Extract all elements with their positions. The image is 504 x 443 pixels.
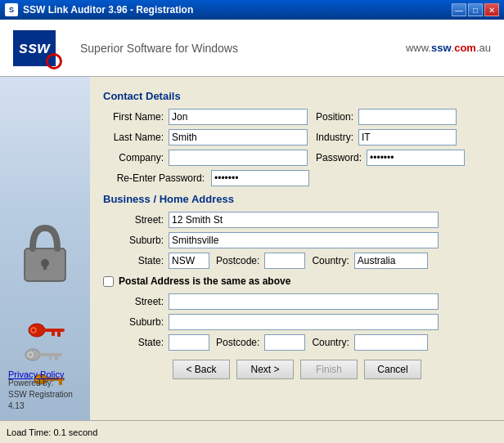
postal-street-input[interactable] xyxy=(169,293,439,310)
suburb-input[interactable] xyxy=(169,232,439,248)
postal-suburb-input[interactable] xyxy=(169,314,439,330)
svg-rect-6 xyxy=(57,332,61,337)
minimize-button[interactable]: — xyxy=(452,3,466,16)
postal-country-label: Country: xyxy=(312,337,353,348)
re-enter-password-row: Re-Enter Password: xyxy=(103,170,491,186)
position-label: Position: xyxy=(316,111,358,123)
load-time: Load Time: 0.1 second xyxy=(7,427,97,437)
postal-checkbox-row: Postal Address is the same as above xyxy=(103,275,491,287)
street-input[interactable] xyxy=(169,212,439,228)
re-enter-password-input[interactable] xyxy=(211,170,309,186)
postcode-label: Postcode: xyxy=(216,255,264,266)
powered-by-app: SSW Registration 4.13 xyxy=(8,389,90,412)
state-label: State: xyxy=(103,255,169,266)
postcode-input[interactable] xyxy=(264,253,305,269)
svg-rect-2 xyxy=(43,263,47,270)
re-enter-password-label: Re-Enter Password: xyxy=(103,172,209,184)
svg-rect-10 xyxy=(39,353,62,356)
last-name-label: Last Name: xyxy=(103,132,169,143)
industry-input[interactable] xyxy=(358,129,457,145)
svg-rect-7 xyxy=(52,332,55,336)
cancel-button[interactable]: Cancel xyxy=(364,360,421,379)
header-url: www.ssw.com.au xyxy=(406,42,491,54)
postal-street-label: Street: xyxy=(103,296,169,307)
postal-state-label: State: xyxy=(103,337,169,348)
business-address-title: Business / Home Address xyxy=(103,193,491,205)
title-bar-buttons: — □ ✕ xyxy=(452,3,499,16)
last-name-row: Last Name: Industry: xyxy=(103,129,491,145)
back-button[interactable]: < Back xyxy=(173,360,230,379)
postal-postcode-input[interactable] xyxy=(264,334,305,351)
company-row: Company: Password: xyxy=(103,150,491,166)
postal-checkbox[interactable] xyxy=(103,276,114,287)
close-button[interactable]: ✕ xyxy=(484,3,499,16)
postal-state-input[interactable] xyxy=(169,334,209,351)
app-icon: S xyxy=(5,3,18,16)
postal-postcode-label: Postcode: xyxy=(216,337,264,348)
right-panel: Contact Details First Name: Position: La… xyxy=(90,77,504,420)
suburb-row: Suburb: xyxy=(103,232,491,248)
first-name-label: First Name: xyxy=(103,111,169,123)
password-label: Password: xyxy=(316,152,367,163)
state-input[interactable] xyxy=(169,253,209,269)
powered-by: Powered by: SSW Registration 4.13 xyxy=(8,378,90,412)
industry-label: Industry: xyxy=(316,132,358,143)
last-name-input[interactable] xyxy=(169,129,308,145)
country-label: Country: xyxy=(312,255,353,266)
company-input[interactable] xyxy=(169,150,308,166)
suburb-label: Suburb: xyxy=(103,235,169,246)
logo-ring xyxy=(46,53,62,69)
svg-rect-5 xyxy=(44,329,65,332)
logo-text: ssw xyxy=(19,38,50,57)
state-row: State: Postcode: Country: xyxy=(103,253,491,269)
ssw-logo: ssw xyxy=(13,30,56,66)
title-bar-text: SSW Link Auditor 3.96 - Registration xyxy=(23,4,452,16)
header: ssw Superior Software for Windows www.ss… xyxy=(0,20,504,77)
title-bar: S SSW Link Auditor 3.96 - Registration —… xyxy=(0,0,504,20)
company-label: Company: xyxy=(103,152,169,163)
position-input[interactable] xyxy=(358,109,457,125)
postal-state-row: State: Postcode: Country: xyxy=(103,334,491,351)
password-input[interactable] xyxy=(367,150,465,166)
main-content: Privacy Policy Powered by: SSW Registrat… xyxy=(0,77,504,420)
postal-country-input[interactable] xyxy=(354,334,428,351)
finish-button[interactable]: Finish xyxy=(300,360,358,379)
postal-suburb-row: Suburb: xyxy=(103,314,491,330)
svg-rect-11 xyxy=(55,356,58,360)
maximize-button[interactable]: □ xyxy=(468,3,483,16)
svg-rect-12 xyxy=(49,356,52,360)
header-tagline: Superior Software for Windows xyxy=(72,42,406,55)
logo-box: ssw xyxy=(13,30,56,66)
powered-by-label: Powered by: xyxy=(8,378,90,389)
contact-details-title: Contact Details xyxy=(103,90,491,102)
postal-street-row: Street: xyxy=(103,293,491,310)
postal-suburb-label: Suburb: xyxy=(103,316,169,328)
next-button[interactable]: Next > xyxy=(236,360,294,379)
country-input[interactable] xyxy=(354,253,428,269)
url-com: com xyxy=(454,42,476,54)
street-label: Street: xyxy=(103,214,169,226)
first-name-row: First Name: Position: xyxy=(103,109,491,125)
first-name-input[interactable] xyxy=(169,109,308,125)
left-panel: Privacy Policy Powered by: SSW Registrat… xyxy=(0,77,90,420)
url-ssw: ssw xyxy=(431,42,452,54)
street-row: Street: xyxy=(103,212,491,228)
button-bar: < Back Next > Finish Cancel xyxy=(103,355,491,383)
status-bar: Load Time: 0.1 second xyxy=(0,420,504,443)
postal-checkbox-label: Postal Address is the same as above xyxy=(119,275,290,287)
